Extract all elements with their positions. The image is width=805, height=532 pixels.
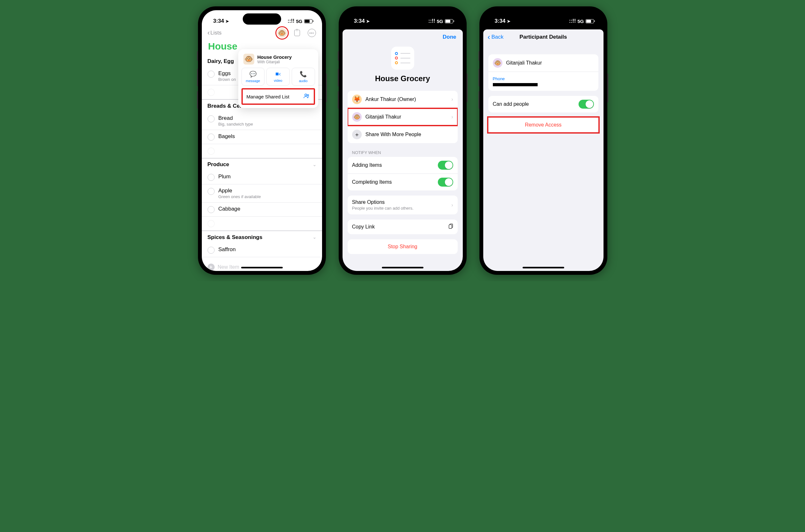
copy-link-button[interactable]: Copy Link (348, 220, 458, 234)
participant-row-gitanjali[interactable]: 🐵 Gitanjali Thakur › (348, 108, 458, 126)
message-icon: 💬 (250, 71, 256, 78)
checkbox[interactable] (207, 206, 215, 213)
chevron-left-icon: ‹ (488, 33, 490, 41)
chevron-down-icon: ⌄ (313, 162, 316, 167)
home-indicator[interactable] (523, 267, 564, 268)
contact-row[interactable]: 🐵 Gitanjali Thakur (488, 54, 598, 72)
list-item-placeholder[interactable] (202, 144, 322, 158)
location-icon: ➤ (507, 19, 510, 24)
reminders-app-icon (391, 46, 414, 70)
plus-icon: + (207, 264, 215, 271)
status-time: 3:34 (213, 18, 224, 24)
toggle-adding[interactable] (438, 161, 453, 170)
checkbox[interactable] (207, 247, 215, 254)
chevron-right-icon: › (451, 114, 453, 120)
svg-rect-3 (449, 225, 452, 229)
remove-access-button[interactable]: Remove Access (488, 118, 598, 132)
phone-1: 3:34 ➤ ::!! 5G ‹ Lists 🐵 (198, 6, 326, 275)
checkbox[interactable] (207, 71, 215, 78)
svg-point-0 (305, 94, 307, 96)
manage-shared-list-button[interactable]: Manage Shared List (241, 88, 315, 105)
notify-card: Adding Items Completing Items (348, 157, 458, 190)
location-icon: ➤ (225, 19, 229, 24)
status-bar: 3:34 ➤ ::!! 5G (202, 10, 322, 26)
popover-avatar: 🐵 (243, 54, 254, 64)
more-button[interactable]: ••• (307, 28, 316, 37)
checkbox[interactable] (207, 188, 215, 195)
section-header[interactable]: Spices & Seasonings ⌄ (202, 231, 322, 243)
video-icon: ■‹ (275, 71, 281, 77)
ellipsis-icon: ••• (308, 29, 316, 37)
phone-label: Phone (488, 72, 598, 82)
avatar: 🐵 (352, 112, 362, 122)
chevron-left-icon: ‹ (207, 30, 210, 36)
status-time: 3:34 (495, 18, 506, 24)
checkbox[interactable] (207, 134, 215, 140)
home-indicator[interactable] (241, 267, 283, 268)
done-button[interactable]: Done (443, 34, 456, 40)
network-label: 5G (296, 19, 302, 24)
list-item-placeholder[interactable] (202, 217, 322, 231)
popover-title: House Grocery (257, 54, 292, 60)
phone-number-redacted (493, 83, 537, 86)
stop-sharing-button[interactable]: Stop Sharing (348, 239, 458, 254)
highlight-circle (275, 26, 289, 40)
phone-icon: 📞 (300, 71, 307, 78)
message-button[interactable]: 💬 message (241, 68, 265, 86)
share-options-card: Share Options People you invite can add … (348, 195, 458, 214)
remove-access-container: Remove Access (488, 118, 598, 132)
share-button[interactable] (293, 28, 301, 37)
share-popover: 🐵 House Grocery With Gitanjali 💬 message… (238, 49, 318, 108)
modal-title: House Grocery (343, 74, 463, 83)
list-item[interactable]: Bread Big, sandwich type (202, 112, 322, 130)
chevron-down-icon: ⌄ (313, 235, 316, 240)
toggle-completing[interactable] (438, 178, 453, 187)
avatar: 🦊 (352, 95, 362, 104)
checkbox[interactable] (207, 174, 215, 181)
video-button[interactable]: ■‹ video (267, 68, 290, 86)
can-add-people-row: Can add people (488, 96, 598, 112)
list-item[interactable]: Apple Green ones if available (202, 184, 322, 203)
status-bar: 3:34 ➤ ::!! 5G (343, 10, 463, 26)
battery-icon (304, 19, 312, 23)
participants-card: 🦊 Ankur Thakur (Owner) › 🐵 Gitanjali Tha… (348, 91, 458, 143)
share-more-button[interactable]: ＋ Share With More People (348, 126, 458, 143)
contact-card: 🐵 Gitanjali Thakur Phone (488, 54, 598, 91)
status-time: 3:34 (354, 18, 365, 24)
list-item[interactable]: Saffron (202, 243, 322, 257)
checkbox-placeholder (207, 220, 215, 227)
new-item-button[interactable]: + New Item (202, 257, 322, 271)
home-indicator[interactable] (382, 267, 423, 268)
signal-icon: ::!! (569, 18, 576, 24)
list-item[interactable]: Plum (202, 170, 322, 184)
toggle-can-add[interactable] (579, 100, 594, 109)
share-icon (294, 30, 300, 36)
back-button[interactable]: ‹ Back (488, 33, 504, 41)
checkbox-placeholder (207, 89, 215, 96)
section-header[interactable]: Produce ⌄ (202, 158, 322, 170)
avatar: 🐵 (493, 58, 502, 68)
notify-adding-row: Adding Items (348, 157, 458, 174)
back-button[interactable]: ‹ Lists (207, 30, 222, 36)
share-options-button[interactable]: Share Options People you invite can add … (348, 195, 458, 214)
list-item[interactable]: Cabbage (202, 203, 322, 217)
signal-icon: ::!! (288, 18, 294, 24)
sharing-avatar-button[interactable]: 🐵 (277, 28, 287, 38)
checkbox[interactable] (207, 115, 215, 122)
checkbox-placeholder (207, 148, 215, 155)
notify-completing-row: Completing Items (348, 174, 458, 190)
people-icon (304, 93, 310, 100)
signal-icon: ::!! (428, 18, 435, 24)
location-icon: ➤ (366, 19, 370, 24)
notify-header: NOTIFY WHEN (343, 148, 463, 157)
copy-link-icon (448, 223, 453, 230)
network-label: 5G (437, 19, 443, 24)
participant-row[interactable]: 🦊 Ankur Thakur (Owner) › (348, 91, 458, 108)
audio-button[interactable]: 📞 audio (292, 68, 315, 86)
list-item[interactable]: Bagels (202, 130, 322, 144)
plus-icon: ＋ (352, 130, 362, 139)
copy-link-card: Copy Link (348, 220, 458, 234)
svg-point-1 (307, 95, 308, 96)
battery-icon (445, 19, 453, 23)
status-bar: 3:34 ➤ ::!! 5G (483, 10, 604, 26)
